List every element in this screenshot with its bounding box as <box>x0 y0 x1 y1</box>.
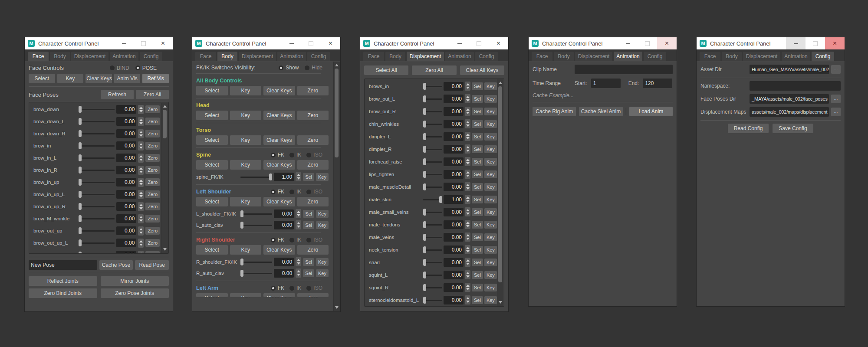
sel-button[interactable]: Sel <box>472 145 483 153</box>
key-button[interactable]: Key <box>230 86 262 95</box>
new-pose-input[interactable]: New Pose <box>29 260 97 270</box>
value-field[interactable]: 0.00 <box>444 246 464 254</box>
spinner-down-icon[interactable] <box>466 263 470 265</box>
close-button[interactable]: ✕ <box>153 37 173 49</box>
slider-handle[interactable] <box>423 171 426 178</box>
titlebar[interactable]: M Character Control Panel ✕ <box>529 37 677 49</box>
zero-button[interactable]: Zero <box>297 135 329 145</box>
tab-face[interactable]: Face <box>532 52 552 61</box>
spinner-up-icon[interactable] <box>466 196 470 199</box>
zero-button[interactable]: Zero <box>145 239 160 247</box>
value-field[interactable]: 0.00 <box>444 258 464 267</box>
spinner-up-icon[interactable] <box>466 234 470 236</box>
spinner-down-icon[interactable] <box>297 177 300 180</box>
spinner-up-icon[interactable] <box>466 134 470 136</box>
slider-control[interactable] <box>79 251 115 254</box>
tab-body[interactable]: Body <box>217 52 237 61</box>
spinner-down-icon[interactable] <box>139 244 143 246</box>
zero-button[interactable]: Zero <box>297 111 329 120</box>
slider-handle[interactable] <box>423 95 426 102</box>
slider-handle[interactable] <box>79 130 82 137</box>
zero-button[interactable]: Zero <box>145 166 160 174</box>
slider-handle[interactable] <box>79 154 82 161</box>
tab-displacement[interactable]: Displacement <box>407 52 444 61</box>
slider-handle[interactable] <box>240 259 243 265</box>
scroll-up-icon[interactable] <box>499 82 502 84</box>
radio-iso[interactable]: ISO <box>306 189 322 195</box>
key-button[interactable]: Key <box>316 173 329 181</box>
spinner-up-icon[interactable] <box>297 222 300 224</box>
radio-fk[interactable]: FK <box>271 189 284 195</box>
value-spinner[interactable] <box>138 226 144 236</box>
value-field[interactable]: 0.00 <box>444 132 464 141</box>
slider-handle[interactable] <box>423 234 426 241</box>
spinner-down-icon[interactable] <box>466 112 470 114</box>
radio-ik[interactable]: IK <box>289 285 301 291</box>
value-field[interactable]: 0.00 <box>116 117 136 126</box>
read-config-button[interactable]: Read Config <box>728 124 769 133</box>
spinner-down-icon[interactable] <box>139 159 143 161</box>
slider-handle[interactable] <box>423 133 426 140</box>
slider-handle[interactable] <box>423 272 426 278</box>
zero-button[interactable]: Zero <box>145 154 160 162</box>
spinner-down-icon[interactable] <box>297 274 300 276</box>
select-all-button[interactable]: Select All <box>364 65 408 75</box>
value-spinner[interactable] <box>465 94 470 103</box>
radio-ik[interactable]: IK <box>289 237 301 243</box>
load-anim-button[interactable]: Load Anim <box>629 107 673 116</box>
maximize-button[interactable] <box>806 37 825 49</box>
value-spinner[interactable] <box>465 207 470 216</box>
value-spinner[interactable] <box>465 295 470 304</box>
reflect-joints-button[interactable]: Reflect Joints <box>29 276 97 286</box>
zero-button[interactable]: Zero <box>145 227 160 235</box>
clip-name-input[interactable] <box>575 65 673 74</box>
scroll-down-icon[interactable] <box>499 301 502 304</box>
spinner-up-icon[interactable] <box>139 228 143 230</box>
titlebar[interactable]: M Character Control Panel ✕ <box>192 37 340 49</box>
spinner-down-icon[interactable] <box>466 124 470 127</box>
slider-handle[interactable] <box>423 183 426 190</box>
spinner-down-icon[interactable] <box>297 226 300 228</box>
value-field[interactable]: 0.00 <box>444 95 464 103</box>
value-field[interactable]: 0.00 <box>116 178 136 187</box>
browse-button[interactable]: ... <box>831 95 841 103</box>
zero-button[interactable]: Zero <box>297 197 329 206</box>
tab-animation[interactable]: Animation <box>110 52 138 61</box>
close-button[interactable]: ✕ <box>321 37 340 49</box>
value-spinner[interactable] <box>138 178 144 187</box>
zero-all-button[interactable]: Zero All <box>412 65 456 75</box>
value-spinner[interactable] <box>138 190 144 199</box>
spinner-up-icon[interactable] <box>466 259 470 262</box>
spinner-up-icon[interactable] <box>139 119 143 121</box>
spinner-up-icon[interactable] <box>466 272 470 274</box>
clear-keys-button[interactable]: Clear Keys <box>85 74 112 83</box>
clear-keys-button[interactable]: Clear Keys <box>263 293 295 297</box>
tab-displacement[interactable]: Displacement <box>575 52 612 61</box>
value-field[interactable]: 0.00 <box>444 208 464 216</box>
sel-button[interactable]: Sel <box>472 259 483 266</box>
tab-face[interactable]: Face <box>28 52 49 61</box>
spinner-up-icon[interactable] <box>466 285 470 287</box>
radio-iso[interactable]: ISO <box>306 237 322 243</box>
slider-control[interactable] <box>423 120 442 128</box>
spinner-up-icon[interactable] <box>139 216 143 218</box>
tab-displacement[interactable]: Displacement <box>743 52 780 61</box>
tab-body[interactable]: Body <box>554 52 574 61</box>
value-field[interactable]: 0.00 <box>116 202 136 211</box>
value-field[interactable]: 0.00 <box>116 214 136 223</box>
key-button[interactable]: Key <box>484 246 497 254</box>
key-button[interactable]: Key <box>484 196 497 203</box>
maximize-button[interactable] <box>301 37 321 49</box>
slider-control[interactable] <box>423 246 442 254</box>
slider-control[interactable] <box>79 190 115 198</box>
select-button[interactable]: Select <box>196 135 228 145</box>
radio-iso[interactable]: ISO <box>306 152 322 158</box>
value-spinner[interactable] <box>465 258 470 267</box>
spinner-down-icon[interactable] <box>466 288 470 290</box>
tab-face[interactable]: Face <box>363 52 384 61</box>
slider-handle[interactable] <box>79 142 82 149</box>
spinner-up-icon[interactable] <box>139 155 143 157</box>
value-field[interactable]: 0.00 <box>116 166 136 174</box>
zero-button[interactable]: Zero <box>145 203 160 210</box>
face-poses-dir-input[interactable]: _MAYA/assets/male_002/face_poses <box>750 94 829 104</box>
